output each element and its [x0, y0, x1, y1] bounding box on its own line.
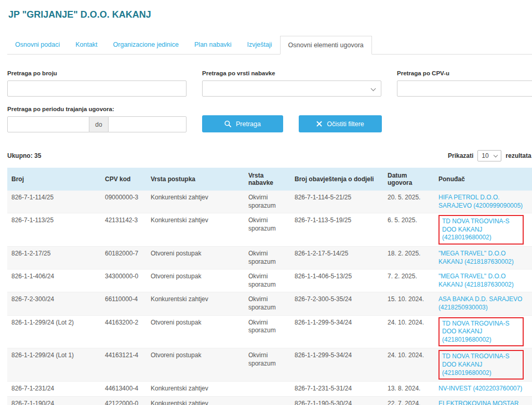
cell-ponudjac: "MEGA TRAVEL" D.O.O KAKANJ (421818763000… — [434, 269, 532, 292]
tab-plan-nabavki[interactable]: Plan nabavki — [187, 36, 240, 54]
cell-vrsta-postupka: Konkurentski zahtjev — [147, 396, 244, 405]
cell-broj: 826-7-1-113/25 — [7, 213, 101, 247]
cell-broj-obavjestenja: 826-7-2-300-5-35/24 — [290, 292, 383, 315]
cell-vrsta-postupka: Konkurentski zahtjev — [147, 213, 244, 247]
search-button-label: Pretraga — [236, 120, 261, 128]
supplier-link[interactable]: HIFA PETROL D.O.O. SARAJEVO (42009990900… — [438, 194, 528, 210]
cell-datum-ugovora: 20. 5. 2025. — [383, 191, 434, 213]
cell-vrsta-nabavke: Okvirni sporazum — [244, 348, 290, 382]
page-size-value: 10 — [482, 152, 488, 159]
cell-vrsta-postupka: Konkurentski zahtjev — [147, 191, 244, 213]
cell-vrsta-postupka: Otvoreni postupak — [147, 348, 244, 382]
supplier-link-highlighted[interactable]: TD NOVA TRGOVINA-S DOO KAKANJ (421801968… — [438, 317, 524, 347]
tab-bar: Osnovni podaci Kontakt Organizacione jed… — [7, 36, 532, 55]
cell-broj: 826-7-1-231/24 — [7, 382, 101, 397]
table-row: 826-7-1-190/2442122000-0Konkurentski zah… — [7, 396, 532, 405]
tab-izvjestaji[interactable]: Izvještaji — [240, 36, 280, 54]
header-ponudjac: Ponuđač — [434, 168, 532, 191]
table-row: 826-7-1-114/2509000000-3Konkurentski zah… — [7, 191, 532, 213]
supplier-link[interactable]: "MEGA TRAVEL" D.O.O KAKANJ (421818763000… — [438, 273, 528, 289]
cell-broj: 826-7-1-114/25 — [7, 191, 101, 213]
header-broj: Broj — [7, 168, 101, 191]
tab-organizacione-jedinice[interactable]: Organizacione jedinice — [105, 36, 187, 54]
cell-broj-obavjestenja: 826-7-1-113-5-19/25 — [290, 213, 383, 247]
search-button[interactable]: Pretraga — [202, 115, 283, 132]
filters-section: Pretraga po broju Pretraga po vrsti naba… — [7, 70, 532, 132]
cell-broj: 826-1-1-299/24 (Lot 1) — [7, 348, 101, 382]
tab-kontakt[interactable]: Kontakt — [68, 36, 105, 54]
cell-ponudjac: TD NOVA TRGOVINA-S DOO KAKANJ (421801968… — [434, 315, 532, 348]
cell-broj: 826-7-2-300/24 — [7, 292, 101, 315]
cell-datum-ugovora: 22. 7. 2024. — [383, 396, 434, 405]
show-label: Prikazati — [448, 152, 473, 159]
x-icon — [316, 121, 322, 127]
filter-period-label: Pretraga po periodu trajanja ugovora: — [7, 106, 187, 112]
cell-vrsta-nabavke: Okvirni sporazum — [244, 269, 290, 292]
cell-vrsta-nabavke — [244, 396, 290, 405]
supplier-link[interactable]: "MEGA TRAVEL" D.O.O KAKANJ (421818763000… — [438, 250, 528, 266]
filter-broj-label: Pretraga po broju — [7, 70, 187, 76]
cell-broj-obavjestenja: 826-7-1-231-5-31/24 — [290, 382, 383, 397]
supplier-link[interactable]: NV-INVEST (4202203760007) — [438, 385, 528, 393]
cell-broj-obavjestenja: 826-1-1-406-5-13/25 — [290, 269, 383, 292]
tab-osnovni-podaci[interactable]: Osnovni podaci — [7, 36, 68, 54]
cell-vrsta-postupka: Otvoreni postupak — [147, 315, 244, 348]
cell-vrsta-nabavke: Okvirni sporazum — [244, 213, 290, 247]
cell-cpv-kod: 42131142-3 — [101, 213, 147, 247]
cell-cpv-kod: 66110000-4 — [101, 292, 147, 315]
period-do-label: do — [89, 116, 108, 132]
cell-ponudjac: NV-INVEST (4202203760007) — [434, 382, 532, 397]
header-vrsta-postupka: Vrsta postupka — [147, 168, 244, 191]
total-count-label: Ukupno: 35 — [7, 152, 41, 159]
cell-ponudjac: ELEKTROKOVINA MOSTAR (4227364000005) — [434, 396, 532, 405]
filter-broj-input[interactable] — [7, 80, 187, 97]
cell-vrsta-postupka: Konkurentski zahtjev — [147, 382, 244, 397]
supplier-link-highlighted[interactable]: TD NOVA TRGOVINA-S DOO KAKANJ (421801968… — [438, 350, 524, 380]
table-row: 826-1-1-299/24 (Lot 2)44163200-2Otvoreni… — [7, 315, 532, 348]
page-size-select[interactable]: 10 — [477, 150, 501, 161]
supplier-link[interactable]: ASA BANKA D.D. SARAJEVO (4218250930003) — [438, 295, 528, 312]
cell-vrsta-postupka: Otvoreni postupak — [147, 246, 244, 269]
period-to-input[interactable] — [108, 116, 187, 132]
filter-cpv-input[interactable] — [397, 80, 532, 97]
cell-cpv-kod: 42122000-0 — [101, 396, 147, 405]
cell-broj-obavjestenja: 826-7-1-114-5-21/25 — [290, 191, 383, 213]
cell-ponudjac: "MEGA TRAVEL" D.O.O KAKANJ (421818763000… — [434, 246, 532, 269]
results-label: rezultata — [506, 152, 531, 159]
cell-broj: 826-1-2-17/25 — [7, 246, 101, 269]
clear-filters-button[interactable]: Očistiti filtere — [299, 115, 382, 132]
cell-ponudjac: ASA BANKA D.D. SARAJEVO (4218250930003) — [434, 292, 532, 315]
table-row: 826-1-1-406/2434300000-0Otvoreni postupa… — [7, 269, 532, 292]
cell-datum-ugovora: 13. 8. 2024. — [383, 382, 434, 397]
cell-broj-obavjestenja: 826-1-1-299-5-34/24 — [290, 315, 383, 348]
cell-datum-ugovora: 24. 10. 2024. — [383, 348, 434, 382]
cell-datum-ugovora: 24. 10. 2024. — [383, 315, 434, 348]
cell-vrsta-postupka: Otvoreni postupak — [147, 269, 244, 292]
tab-osnovni-elementi-ugovora[interactable]: Osnovni elementi ugovora — [280, 36, 372, 55]
cell-cpv-kod: 34300000-0 — [101, 269, 147, 292]
cell-broj: 826-1-1-299/24 (Lot 2) — [7, 315, 101, 348]
page-container: JP "GRIJANJE" D.O.O. KAKANJ Osnovni poda… — [0, 0, 532, 405]
filter-vrsta-select[interactable] — [202, 80, 381, 97]
cell-broj-obavjestenja: 826-1-2-17-5-14/25 — [290, 246, 383, 269]
supplier-link-highlighted[interactable]: TD NOVA TRGOVINA-S DOO KAKANJ (421801968… — [438, 215, 524, 245]
cell-vrsta-nabavke: Okvirni sporazum — [244, 292, 290, 315]
header-vrsta-nabavke: Vrsta nabavke — [244, 168, 290, 191]
header-datum-ugovora: Datum ugovora — [383, 168, 434, 191]
table-row: 826-1-2-17/2560182000-7Otvoreni postupak… — [7, 246, 532, 269]
header-cpv-kod: CPV kod — [101, 168, 147, 191]
cell-broj: 826-7-1-190/24 — [7, 396, 101, 405]
contracts-table: Broj CPV kod Vrsta postupka Vrsta nabavk… — [7, 168, 532, 405]
cell-datum-ugovora: 7. 2. 2025. — [383, 269, 434, 292]
magnifier-icon — [224, 120, 231, 127]
table-row: 826-1-1-299/24 (Lot 1)44163121-4Otvoreni… — [7, 348, 532, 382]
cell-vrsta-nabavke: Okvirni sporazum — [244, 246, 290, 269]
period-from-input[interactable] — [7, 116, 89, 132]
cell-datum-ugovora: 6. 5. 2025. — [383, 213, 434, 247]
period-range-group: do — [7, 116, 187, 132]
filter-vrsta-label: Pretraga po vrsti nabavke — [202, 70, 381, 76]
supplier-link[interactable]: ELEKTROKOVINA MOSTAR (4227364000005) — [438, 400, 528, 405]
cell-datum-ugovora: 15. 10. 2024. — [383, 292, 434, 315]
cell-ponudjac: HIFA PETROL D.O.O. SARAJEVO (42009990900… — [434, 191, 532, 213]
header-broj-obavjestenja: Broj obavještenja o dodjeli — [290, 168, 383, 191]
